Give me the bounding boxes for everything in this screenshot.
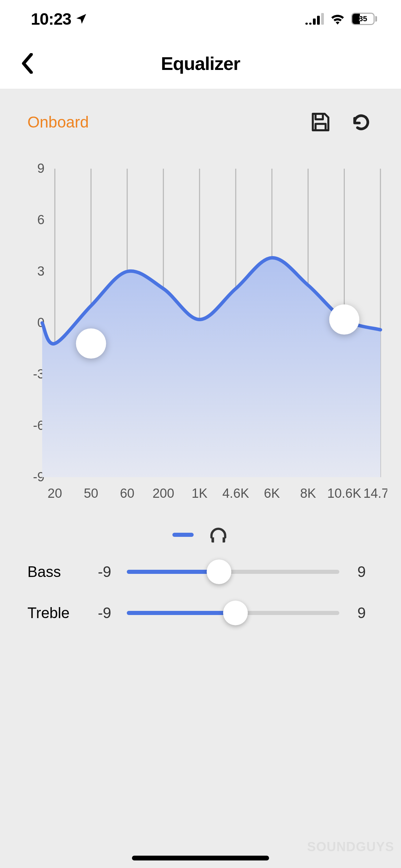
treble-label: Treble	[27, 604, 82, 622]
treble-min: -9	[93, 604, 117, 622]
svg-text:60: 60	[120, 486, 134, 501]
svg-text:50: 50	[84, 486, 98, 501]
battery-pct: 35	[352, 14, 374, 24]
svg-text:6: 6	[37, 213, 45, 227]
status-right: 35	[305, 13, 377, 25]
headphones-icon	[208, 525, 229, 544]
svg-text:1K: 1K	[192, 486, 207, 501]
eq-chart-svg: 9630-3-6-92050602001K4.6K6K8K10.6K14.7K	[14, 162, 387, 511]
back-button[interactable]	[17, 53, 38, 74]
bass-slider-row: Bass -9 9	[27, 562, 374, 582]
status-bar: 10:23 35	[0, 0, 401, 38]
bass-label: Bass	[27, 563, 82, 580]
sliders: Bass -9 9 Treble -9 9	[0, 562, 401, 623]
svg-text:9: 9	[37, 162, 45, 176]
svg-text:4.6K: 4.6K	[222, 486, 249, 501]
page-title: Equalizer	[161, 53, 240, 74]
bass-slider[interactable]	[127, 562, 339, 582]
svg-text:10.6K: 10.6K	[327, 486, 361, 501]
preset-name[interactable]: Onboard	[27, 113, 89, 131]
svg-text:200: 200	[153, 486, 174, 501]
svg-point-28	[329, 304, 359, 335]
status-time: 10:23	[31, 10, 88, 28]
eq-chart[interactable]: 9630-3-6-92050602001K4.6K6K8K10.6K14.7K	[0, 148, 401, 511]
wifi-icon	[330, 13, 345, 25]
treble-thumb[interactable]	[223, 601, 248, 625]
home-indicator	[132, 856, 269, 860]
bass-max: 9	[350, 563, 374, 580]
svg-text:6K: 6K	[264, 486, 280, 501]
nav-header: Equalizer	[0, 38, 401, 89]
legend	[0, 511, 401, 562]
content: Onboard 9630-3-6-92050602001K4.6K6K8K10.…	[0, 89, 401, 868]
svg-text:20: 20	[48, 486, 62, 501]
treble-slider[interactable]	[127, 603, 339, 623]
bass-thumb[interactable]	[207, 559, 231, 584]
watermark: SOUNDGUYS	[307, 840, 394, 854]
chevron-left-icon	[21, 53, 34, 74]
bass-min: -9	[93, 563, 117, 580]
battery-icon: 35	[351, 13, 377, 25]
undo-icon	[350, 111, 373, 133]
treble-slider-row: Treble -9 9	[27, 603, 374, 623]
preset-row: Onboard	[0, 89, 401, 148]
svg-point-27	[76, 328, 106, 359]
svg-text:8K: 8K	[300, 486, 316, 501]
location-icon	[75, 12, 88, 25]
treble-max: 9	[350, 604, 374, 622]
save-icon	[309, 111, 331, 133]
status-time-text: 10:23	[31, 10, 71, 28]
preset-actions	[308, 110, 374, 134]
cellular-icon	[305, 13, 324, 25]
legend-curve-icon	[172, 533, 194, 537]
reset-button[interactable]	[349, 110, 374, 134]
svg-text:3: 3	[37, 264, 45, 278]
save-button[interactable]	[308, 110, 332, 134]
svg-text:14.7K: 14.7K	[363, 486, 387, 501]
